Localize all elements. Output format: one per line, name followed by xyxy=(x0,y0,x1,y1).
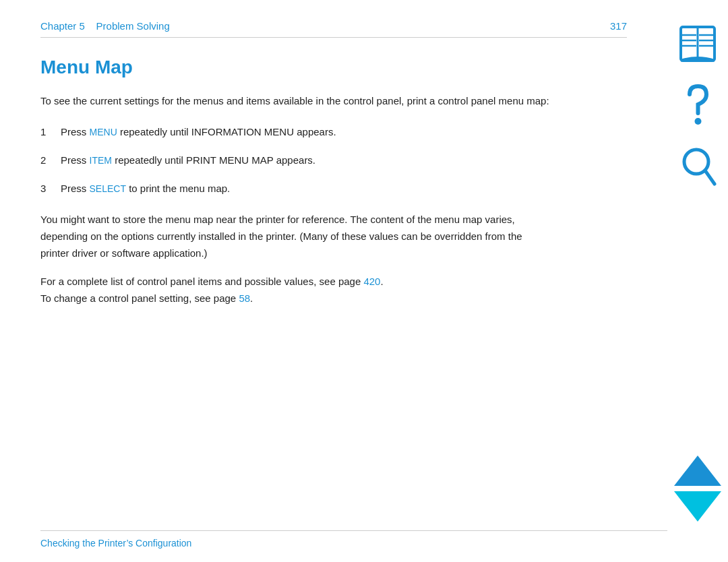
ref-text-1: For a complete list of control panel ite… xyxy=(40,276,363,287)
bottom-arrows xyxy=(674,456,721,522)
chapter-label: Chapter 5 xyxy=(40,20,85,32)
header-chapter: Chapter 5 Problem Solving xyxy=(40,20,170,32)
footer-text1: Checking the Printer xyxy=(40,538,126,549)
header: Chapter 5 Problem Solving 317 xyxy=(40,20,627,38)
question-icon[interactable] xyxy=(679,81,717,131)
search-icon[interactable] xyxy=(677,145,718,192)
link-58[interactable]: 58 xyxy=(239,292,250,304)
footer: Checking the Printer’s Configuration xyxy=(40,530,667,549)
body-paragraph: You might want to store the menu map nea… xyxy=(40,212,553,261)
footer-text2: ’s Configuration xyxy=(126,538,191,549)
step-1-text: Press MENU repeatedly until INFORMATION … xyxy=(61,124,336,140)
ref-text-4: . xyxy=(250,292,253,304)
keyword-item[interactable]: ITEM xyxy=(90,155,112,166)
sidebar-icons xyxy=(667,0,728,562)
intro-text: To see the current settings for the menu… xyxy=(40,93,553,109)
step-3-number: 3 xyxy=(40,181,61,197)
keyword-menu[interactable]: MENU xyxy=(90,127,117,137)
book-icon[interactable] xyxy=(674,20,721,67)
step-1: 1 Press MENU repeatedly until INFORMATIO… xyxy=(40,124,553,140)
link-420[interactable]: 420 xyxy=(363,276,380,287)
ref-text-2: . xyxy=(380,276,383,287)
arrow-up[interactable] xyxy=(674,456,721,486)
step-3: 3 Press SELECT to print the menu map. xyxy=(40,181,553,197)
svg-line-10 xyxy=(705,170,715,184)
svg-point-8 xyxy=(694,118,701,125)
step-3-text: Press SELECT to print the menu map. xyxy=(61,181,230,197)
step-2: 2 Press ITEM repeatedly until PRINT MENU… xyxy=(40,152,553,168)
footer-link-checking[interactable]: Checking the Printer’s Configuration xyxy=(40,538,191,549)
reference-paragraphs: For a complete list of control panel ite… xyxy=(40,274,553,307)
ref-text-3: To change a control panel setting, see p… xyxy=(40,292,239,304)
page-title: Menu Map xyxy=(40,57,627,78)
arrow-down[interactable] xyxy=(674,491,721,522)
chapter-title: Problem Solving xyxy=(96,20,170,32)
steps-list: 1 Press MENU repeatedly until INFORMATIO… xyxy=(40,124,627,197)
header-page-number: 317 xyxy=(610,20,627,32)
keyword-select[interactable]: SELECT xyxy=(90,183,126,194)
step-2-number: 2 xyxy=(40,152,61,168)
step-1-number: 1 xyxy=(40,124,61,140)
step-2-text: Press ITEM repeatedly until PRINT MENU M… xyxy=(61,152,315,168)
